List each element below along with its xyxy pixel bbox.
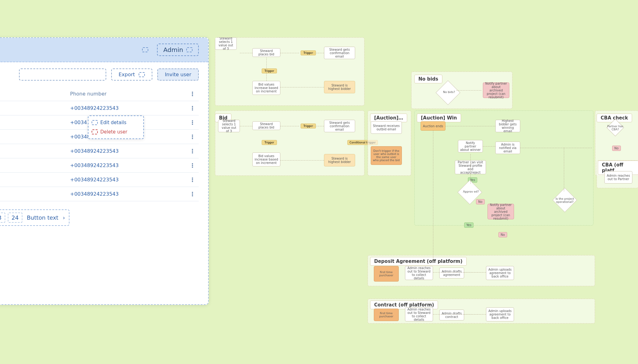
kebab-icon[interactable]: ⋮ <box>186 148 199 154</box>
page-23[interactable]: 23 <box>0 212 5 223</box>
invite-label: Invite user <box>165 72 191 77</box>
connector <box>280 53 299 53</box>
node-notify-archived-2[interactable]: Notify partner about archived project (c… <box>488 204 514 219</box>
table: Primary contact Phone number ⋮ Sub Headi… <box>0 87 208 201</box>
kebab-icon[interactable]: ⋮ <box>186 133 199 140</box>
node-admin-drafts-contract[interactable]: Admin drafts contract <box>439 310 464 320</box>
node-admin-uploads-agreement-2[interactable]: Admin uploads agreement to back office <box>486 307 514 321</box>
node-admin-reaches-collect[interactable]: Admin reaches out to Steward to collect … <box>405 266 433 280</box>
toolbar: Export Invite user <box>0 62 208 87</box>
cell-phone: +00348924223543 <box>70 191 186 197</box>
pill-yes-2: Yes <box>464 222 474 228</box>
cell-contact: Sub Heading <box>0 191 70 197</box>
node-steward-confirm[interactable]: Steward gets confirmation email <box>324 47 355 59</box>
node-steward-selects[interactable]: Steward selects 1 value out of 3 <box>215 37 237 50</box>
admin-button[interactable]: Admin <box>157 44 199 56</box>
node-first-time-1[interactable]: first time purchaser <box>374 266 399 282</box>
menu-item-delete-user[interactable]: Delete user <box>90 127 141 137</box>
delete-icon <box>92 129 98 134</box>
table-header-row: Primary contact Phone number ⋮ <box>0 87 199 101</box>
node-bid-increment-2[interactable]: Bid values increase based on increment <box>252 152 280 166</box>
icon-placeholder <box>139 72 145 77</box>
node-steward-highest-2[interactable]: Steward is highest bidder <box>324 154 355 166</box>
cell-contact: Sub Heading <box>0 162 70 168</box>
cell-phone: +00348924223543 <box>70 105 186 111</box>
connector <box>433 131 433 261</box>
kebab-icon[interactable]: ⋮ <box>186 91 199 97</box>
context-menu: Edit details Delete user <box>88 115 144 139</box>
connector <box>280 87 324 87</box>
trigger-chip[interactable]: Trigger <box>262 140 277 145</box>
cell-contact: Sub Heading <box>0 105 70 111</box>
edit-label: Edit details <box>100 120 126 125</box>
title-no-bids: No bids <box>414 75 442 83</box>
export-label: Export <box>119 72 135 77</box>
node-admin-uploads-agreement[interactable]: Admin uploads agreement to back office <box>486 266 514 280</box>
table-row: Sub Heading +00348924223543 ⋮ <box>0 158 199 173</box>
decision-label: No bids? <box>437 91 462 94</box>
node-first-time-2[interactable]: first time purchaser <box>374 309 399 321</box>
connector <box>240 126 252 126</box>
kebab-icon[interactable]: ⋮ <box>186 119 199 126</box>
node-steward-selects-2[interactable]: Steward selects 1 value out of 3 <box>218 120 240 132</box>
tabbar: s Projects Admin <box>0 38 208 62</box>
connector <box>445 126 495 126</box>
node-admin-drafts-agreement[interactable]: Admin drafts agreement <box>439 268 464 278</box>
th-phone: Phone number <box>70 91 186 97</box>
node-admin-reaches-partner[interactable]: Admin reaches out to Partner <box>604 171 632 184</box>
decision-label: Is the project operational? <box>552 197 577 203</box>
connector <box>280 126 299 126</box>
node-bid-increment[interactable]: Bid values increase based on increment <box>252 81 280 95</box>
admin-button-label: Admin <box>163 46 183 54</box>
decision-label: Partner has CBA? <box>606 125 625 131</box>
kebab-icon[interactable]: ⋮ <box>186 191 199 197</box>
th-contact: Primary contact <box>0 91 70 97</box>
node-steward-places-bid[interactable]: Steward places bid <box>252 48 280 57</box>
node-steward-outbid[interactable]: Steward receives outbid email <box>371 121 402 134</box>
connector <box>240 53 252 53</box>
connector <box>470 154 471 184</box>
icon-placeholder <box>186 47 193 52</box>
table-row: Sub Heading +00348924223543 ⋮ <box>0 173 199 187</box>
decision-label: Approv ed? <box>459 190 483 193</box>
cell-contact: Sub Heading <box>0 177 70 183</box>
kebab-icon[interactable]: ⋮ <box>186 176 199 183</box>
pagination: ... 22 23 24 Button text › <box>0 209 69 226</box>
kebab-icon[interactable]: ⋮ <box>186 162 199 169</box>
trigger-chip[interactable]: Trigger <box>262 68 277 73</box>
title-deposit: Deposit Agreement (off platform) <box>370 257 467 266</box>
chevron-right-icon[interactable]: › <box>63 214 65 221</box>
cell-contact: Sub Heading <box>0 148 70 154</box>
node-auction-ends[interactable]: Auction ends <box>421 121 445 131</box>
pill-no: No <box>476 199 485 204</box>
node-steward-places-bid-2[interactable]: Steward places bid <box>252 121 280 130</box>
connector <box>312 126 324 126</box>
connector <box>483 146 495 147</box>
search-input-stub[interactable] <box>19 68 106 81</box>
node-highest-winning[interactable]: Highest bidder gets winning email <box>495 120 520 132</box>
node-notify-winner[interactable]: Notify partner about winner <box>458 140 483 152</box>
kebab-icon[interactable]: ⋮ <box>186 105 199 111</box>
menu-item-edit-details[interactable]: Edit details <box>90 118 141 127</box>
connector <box>564 148 564 191</box>
node-sticky-note[interactable]: Don't trigger if the user who outbid is … <box>371 146 402 165</box>
connector <box>266 58 267 81</box>
export-button[interactable]: Export <box>111 68 152 81</box>
connector <box>464 272 486 273</box>
node-admin-notified[interactable]: Admin is notified via email <box>495 142 520 154</box>
icon-placeholder <box>142 47 148 52</box>
node-steward-confirm-2[interactable]: Steward gets confirmation email <box>324 120 355 132</box>
node-steward-highest[interactable]: Steward is highest bidder <box>324 81 355 93</box>
connector <box>280 160 324 161</box>
connector <box>464 314 486 315</box>
flowchart-canvas[interactable]: Steward selects 1 value out of 3 Steward… <box>215 37 638 324</box>
node-admin-reaches-collect-2[interactable]: Admin reaches out to Steward to collect … <box>405 307 433 321</box>
cell-phone: +00348924223543 <box>70 162 186 168</box>
connector <box>456 90 481 91</box>
page-next-button[interactable]: Button text <box>25 214 60 221</box>
cell-contact: Sub Heading <box>0 119 70 125</box>
node-notify-archived[interactable]: Notify partner about archived project (c… <box>483 82 509 98</box>
invite-user-button[interactable]: Invite user <box>157 68 199 81</box>
page-24[interactable]: 24 <box>8 212 22 223</box>
table-row: Sub Heading +00348924223543 ⋮ <box>0 144 199 158</box>
